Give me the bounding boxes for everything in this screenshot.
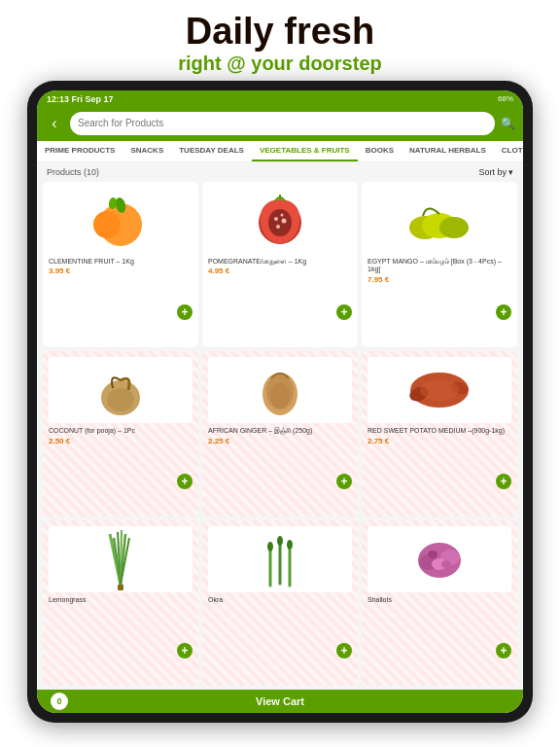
product-image-1 (49, 188, 192, 254)
product-name-5: AFRICAN GINGER – இஞ்சி (250g) (208, 427, 352, 435)
product-card-1: +CLEMENTINE FRUIT – 1Kg3.95 € (43, 182, 198, 348)
product-image-3 (368, 188, 511, 254)
back-button[interactable]: ‹ (45, 115, 64, 132)
cart-count-badge: 0 (51, 693, 68, 710)
category-tab-books[interactable]: BOOKS (358, 141, 402, 161)
add-to-cart-button-7[interactable]: + (177, 643, 192, 658)
svg-point-9 (281, 213, 284, 216)
svg-point-32 (267, 542, 273, 551)
add-to-cart-button-6[interactable]: + (496, 474, 511, 489)
svg-point-1 (93, 211, 121, 238)
add-to-cart-button-4[interactable]: + (177, 474, 192, 489)
product-card-5: +AFRICAN GINGER – இஞ்சி (250g)2.25 € (202, 351, 358, 516)
product-card-9: +Shallots (362, 520, 517, 686)
product-card-7: +Lemongrass (43, 520, 198, 686)
add-to-cart-button-8[interactable]: + (336, 643, 352, 658)
product-name-1: CLEMENTINE FRUIT – 1Kg (49, 258, 192, 266)
product-image-9 (368, 526, 511, 592)
add-to-cart-button-5[interactable]: + (336, 474, 352, 489)
status-bar: 12:13 Fri Sep 17 68% (37, 90, 523, 108)
product-card-3: +EGYPT MANGO – மாம்பழம் [Box (3 - 4Pcs) … (362, 182, 517, 348)
status-time: 12:13 Fri Sep 17 (47, 94, 114, 104)
product-price-6: 2.75 € (368, 437, 511, 445)
promo-title: Daily fresh (0, 12, 560, 53)
search-input[interactable] (78, 118, 487, 128)
product-image-6 (368, 357, 511, 423)
products-header: Products (10) Sort by ▾ (37, 162, 523, 182)
product-image-7 (49, 526, 192, 592)
svg-point-8 (276, 225, 280, 229)
svg-point-40 (441, 560, 451, 568)
product-card-6: +RED SWEET POTATO MEDIUM –(900g-1kg)2.75… (362, 351, 517, 516)
sort-button[interactable]: Sort by ▾ (478, 167, 513, 177)
device-screen: 12:13 Fri Sep 17 68% ‹ 🔍 PRIME PRODUCTSS… (37, 90, 523, 713)
product-image-4 (49, 357, 192, 423)
promo-subtitle: right @ your doorstep (0, 53, 560, 75)
product-card-8: +Okra (202, 520, 358, 686)
device-frame: 12:13 Fri Sep 17 68% ‹ 🔍 PRIME PRODUCTSS… (27, 81, 533, 723)
svg-point-33 (277, 536, 283, 546)
product-name-6: RED SWEET POTATO MEDIUM –(900g-1kg) (368, 427, 511, 435)
search-bar[interactable] (70, 112, 495, 135)
svg-point-7 (282, 218, 287, 223)
products-grid: +CLEMENTINE FRUIT – 1Kg3.95 € +POMEGRANA… (37, 182, 523, 690)
product-image-2 (208, 188, 352, 254)
search-icon[interactable]: 🔍 (501, 117, 515, 130)
app-header: ‹ 🔍 (37, 108, 523, 141)
product-name-2: POMEGRANATE/மாதுளை – 1Kg (208, 258, 352, 266)
svg-point-34 (287, 540, 293, 550)
category-tab-snacks[interactable]: SNACKS (122, 141, 171, 161)
add-to-cart-button-9[interactable]: + (496, 643, 511, 658)
svg-point-12 (439, 217, 469, 238)
product-image-8 (208, 526, 352, 592)
product-name-4: COCONUT (for pooja) – 1Pc (49, 427, 192, 435)
product-name-7: Lemongrass (49, 596, 192, 604)
svg-point-39 (428, 551, 438, 558)
product-price-4: 2.50 € (49, 437, 192, 445)
product-price-1: 3.95 € (49, 267, 192, 275)
product-name-3: EGYPT MANGO – மாம்பழம் [Box (3 - 4Pcs) –… (368, 258, 511, 274)
product-price-2: 4.95 € (208, 267, 352, 275)
svg-rect-22 (118, 585, 123, 590)
product-card-2: +POMEGRANATE/மாதுளை – 1Kg4.95 € (202, 182, 358, 348)
svg-point-5 (268, 209, 292, 236)
svg-point-6 (274, 217, 278, 221)
product-price-3: 7.95 € (368, 275, 511, 284)
add-to-cart-button-3[interactable]: + (496, 304, 511, 320)
product-price-5: 2.25 € (208, 437, 352, 445)
product-image-5 (208, 357, 352, 423)
category-tab-natural-herbals[interactable]: NATURAL HERBALS (402, 141, 494, 161)
category-tabs: PRIME PRODUCTSSNACKSTUESDAY DEALSVEGETAB… (37, 141, 523, 162)
svg-point-21 (420, 379, 459, 401)
status-battery: 68% (498, 94, 513, 103)
category-tab-clothes[interactable]: CLOTHES (494, 141, 523, 161)
category-tab-tuesday-deals[interactable]: TUESDAY DEALS (171, 141, 252, 161)
cart-label: View Cart (256, 695, 304, 707)
product-name-8: Okra (208, 596, 352, 604)
promo-header: Daily fresh right @ your doorstep (0, 0, 560, 81)
products-count: Products (10) (47, 167, 99, 177)
cart-bar[interactable]: 0 View Cart (37, 690, 523, 713)
category-tab-prime-products[interactable]: PRIME PRODUCTS (37, 141, 122, 161)
category-tab-vegetables-fruits[interactable]: VEGETABLES & FRUITS (252, 141, 358, 161)
add-to-cart-button-2[interactable]: + (336, 304, 352, 320)
svg-point-14 (107, 388, 134, 411)
add-to-cart-button-1[interactable]: + (177, 304, 192, 320)
svg-point-17 (270, 383, 290, 409)
product-name-9: Shallots (368, 596, 511, 604)
product-card-4: +COCONUT (for pooja) – 1Pc2.50 € (43, 351, 198, 516)
